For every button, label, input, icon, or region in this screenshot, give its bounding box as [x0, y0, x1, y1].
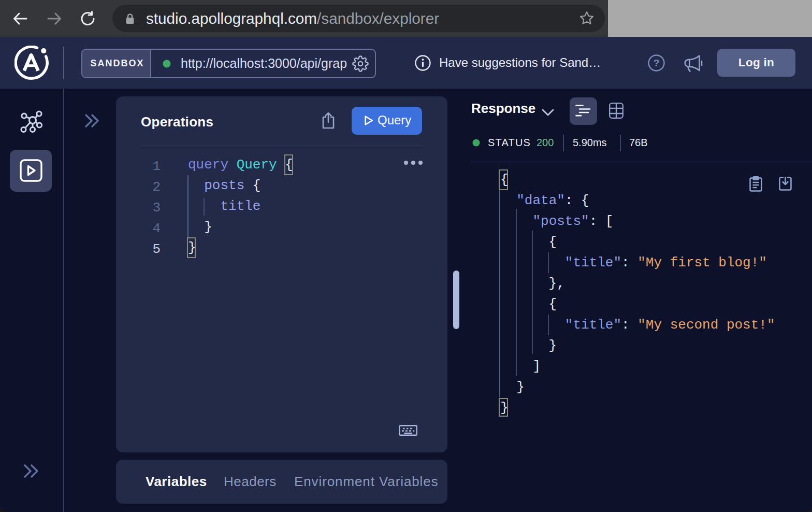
svg-text:?: ? [654, 58, 660, 68]
